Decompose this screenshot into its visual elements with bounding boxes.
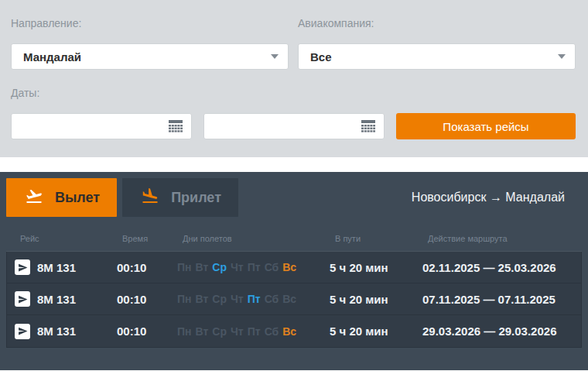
- flight-board: Вылет Прилет Новосибирск → Мандалай Рейс…: [0, 172, 588, 370]
- flight-day: Вс: [282, 293, 296, 305]
- flight-day: Ср: [212, 293, 227, 305]
- direction-select[interactable]: Мандалай: [11, 43, 289, 70]
- col-flight: Рейс: [20, 234, 122, 243]
- calendar-icon[interactable]: [168, 120, 183, 132]
- route-validity: 07.11.2025 — 07.11.2025: [422, 293, 581, 306]
- date-to-field[interactable]: [203, 113, 385, 139]
- tab-arrival[interactable]: Прилет: [122, 178, 238, 217]
- flight-day: Вс: [282, 325, 296, 338]
- flight-day: Пн: [177, 261, 192, 273]
- flight-days: ПнВтСрЧтПтСбВс: [177, 325, 330, 338]
- tab-arrival-label: Прилет: [171, 190, 221, 206]
- flight-day: Вс: [282, 261, 296, 273]
- flight-row[interactable]: 8M 131 00:10 ПнВтСрЧтПтСбВс 5 ч 20 мин 0…: [7, 252, 581, 283]
- direction-field: Направление: Мандалай: [11, 17, 289, 70]
- date-from-field[interactable]: [11, 113, 192, 139]
- flight-number: 8M 131: [37, 293, 76, 306]
- direction-value: Мандалай: [23, 50, 271, 64]
- col-days: Дни полетов: [183, 234, 335, 243]
- date-from-input[interactable]: [21, 120, 168, 132]
- airline-value: Все: [310, 50, 558, 64]
- col-duration: В пути: [335, 234, 428, 243]
- airline-logo: [15, 324, 30, 339]
- flight-rows: 8M 131 00:10 ПнВтСрЧтПтСбВс 5 ч 20 мин 0…: [6, 252, 582, 348]
- flight-days: ПнВтСрЧтПтСбВс: [177, 293, 330, 305]
- flight-day: Чт: [231, 261, 244, 273]
- airline-logo: [15, 259, 30, 275]
- date-to-input[interactable]: [214, 120, 361, 132]
- route-validity: 29.03.2026 — 29.03.2026: [422, 325, 581, 338]
- flight-row[interactable]: 8M 131 00:10 ПнВтСрЧтПтСбВс 5 ч 20 мин 0…: [7, 283, 581, 315]
- duration: 5 ч 20 мин: [330, 293, 422, 306]
- filter-panel: Направление: Мандалай Авиакомпания: Все …: [0, 0, 588, 157]
- flight-day: Пт: [248, 325, 261, 338]
- flight-day: Чт: [231, 293, 244, 305]
- tab-departure-label: Вылет: [55, 190, 100, 206]
- flight-day: Сб: [265, 293, 279, 305]
- flight-day: Ср: [212, 261, 227, 273]
- duration: 5 ч 20 мин: [330, 325, 422, 338]
- flight-row[interactable]: 8M 131 00:10 ПнВтСрЧтПтСбВс 5 ч 20 мин 2…: [7, 315, 581, 347]
- show-flights-button[interactable]: Показать рейсы: [396, 113, 576, 139]
- airline-select[interactable]: Все: [298, 43, 576, 70]
- flight-number: 8M 131: [37, 261, 76, 274]
- flight-number: 8M 131: [37, 325, 76, 338]
- col-time: Время: [122, 234, 183, 243]
- table-header: Рейс Время Дни полетов В пути Действие м…: [6, 217, 582, 252]
- duration: 5 ч 20 мин: [330, 261, 422, 274]
- flight-day: Вт: [196, 325, 209, 338]
- flight-day: Сб: [265, 325, 279, 338]
- airline-field: Авиакомпания: Все: [298, 17, 576, 70]
- departure-time: 00:10: [117, 261, 177, 274]
- flight-day: Пт: [248, 293, 261, 305]
- airline-logo: [15, 291, 30, 307]
- airline-label: Авиакомпания:: [298, 17, 576, 29]
- direction-label: Направление:: [11, 17, 289, 29]
- calendar-icon[interactable]: [361, 120, 376, 132]
- route-validity: 02.11.2025 — 25.03.2026: [422, 261, 581, 274]
- dates-label: Даты:: [11, 87, 576, 99]
- flight-takeoff-icon: [23, 187, 45, 208]
- flight-day: Вт: [196, 261, 209, 273]
- flight-day: Чт: [231, 325, 244, 338]
- flight-day: Пн: [177, 293, 192, 305]
- departure-time: 00:10: [117, 325, 177, 338]
- col-validity: Действие маршрута: [428, 234, 582, 243]
- flight-day: Сб: [265, 261, 279, 273]
- flight-day: Пн: [177, 325, 192, 338]
- flight-day: Ср: [212, 325, 227, 338]
- flight-day: Вт: [196, 293, 209, 305]
- flight-days: ПнВтСрЧтПтСбВс: [177, 261, 330, 273]
- chevron-down-icon: [558, 54, 566, 59]
- route-title: Новосибирск → Мандалай: [412, 191, 582, 204]
- tab-departure[interactable]: Вылет: [6, 178, 117, 217]
- flight-land-icon: [139, 187, 161, 208]
- departure-time: 00:10: [117, 293, 177, 306]
- flight-day: Пт: [248, 261, 261, 273]
- chevron-down-icon: [271, 54, 279, 59]
